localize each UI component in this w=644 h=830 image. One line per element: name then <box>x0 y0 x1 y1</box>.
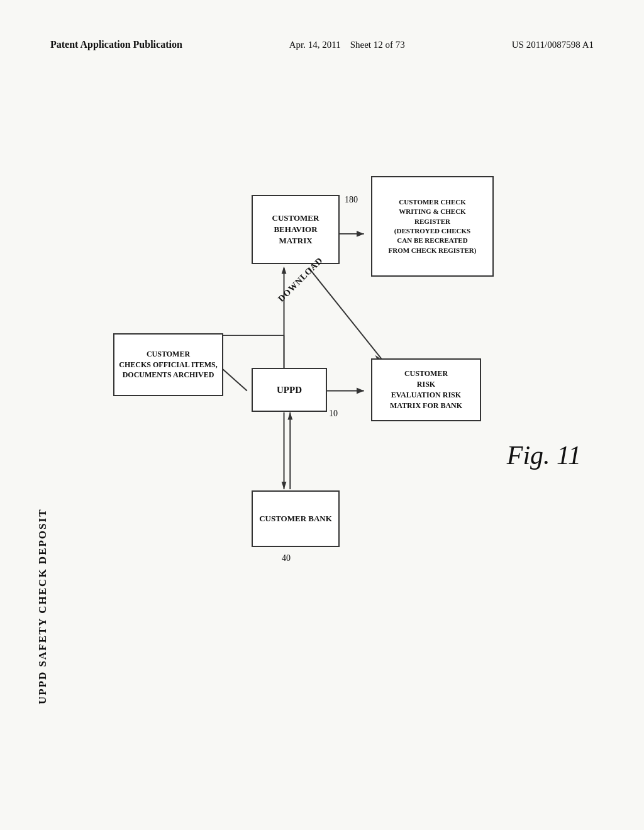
customer-bank-box: CUSTOMER BANK <box>252 490 340 547</box>
customer-evaluation-risk-matrix-box: CUSTOMER RISK EVALUATION RISK MATRIX FOR… <box>371 358 481 421</box>
svg-marker-4 <box>357 231 364 237</box>
label-180: 180 <box>345 195 358 205</box>
svg-marker-12 <box>287 412 292 420</box>
svg-marker-8 <box>357 388 364 394</box>
label-10: 10 <box>329 409 338 419</box>
publication-label: Patent Application Publication <box>50 38 182 52</box>
svg-line-0 <box>219 366 247 390</box>
svg-marker-2 <box>282 267 287 274</box>
label-40: 40 <box>282 553 291 563</box>
uppd-box: UPPD <box>252 368 327 412</box>
page: Patent Application Publication Apr. 14, … <box>0 0 644 830</box>
svg-marker-10 <box>282 482 287 489</box>
patent-number-label: US 2011/0087598 A1 <box>512 38 594 52</box>
customer-check-register-box: CUSTOMER CHECK WRITING & CHECK REGISTER … <box>371 176 494 277</box>
vertical-label: UPPD SAFETY CHECK DEPOSIT <box>36 509 49 704</box>
svg-line-5 <box>309 268 382 360</box>
figure-label: Fig. 11 <box>507 440 581 470</box>
header: Patent Application Publication Apr. 14, … <box>50 38 594 52</box>
date-sheet-label: Apr. 14, 2011 Sheet 12 of 73 <box>289 38 405 52</box>
customer-behavior-matrix-box: CUSTOMER BEHAVIOR MATRIX <box>252 195 340 264</box>
customer-items-box: CUSTOMER CHECKS OFFICIAL ITEMS, DOCUMENT… <box>113 333 223 396</box>
diagram: UPPD SAFETY CHECK DEPOSIT CUSTOMER CHECK… <box>38 88 619 780</box>
